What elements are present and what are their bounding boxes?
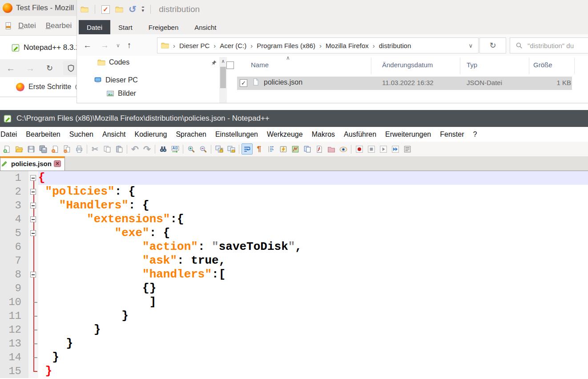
close-all-icon[interactable] <box>61 143 72 155</box>
code-line-9[interactable]: 9 {} <box>0 281 588 295</box>
code-line-12[interactable]: 12 } <box>0 323 588 337</box>
firefox-menu-datei[interactable]: Datei <box>18 21 36 30</box>
monitoring-icon[interactable] <box>338 143 349 155</box>
code-line-8[interactable]: 8 "handlers":[ <box>0 268 588 281</box>
npp-menu-ansicht[interactable]: Ansicht <box>98 130 130 139</box>
npp-menu-sprachen[interactable]: Sprachen <box>171 130 211 139</box>
code-text[interactable]: "Handlers": { <box>38 199 588 212</box>
new-file-icon[interactable] <box>1 143 12 155</box>
code-text[interactable]: } <box>38 364 588 378</box>
close-icon[interactable] <box>49 143 60 155</box>
new-folder-icon[interactable] <box>115 5 123 13</box>
npp-menu-kodierung[interactable]: Kodierung <box>130 130 171 139</box>
breadcrumb-dieser-pc[interactable]: Dieser PC <box>179 42 209 49</box>
tab-policies-json[interactable]: policies.json ✕ <box>0 156 65 171</box>
scroll-up-icon[interactable]: ∧ <box>219 57 227 64</box>
find-icon[interactable] <box>157 143 169 155</box>
code-line-4[interactable]: 4 "extensions":{ <box>0 212 588 226</box>
firefox-menu-bearbei[interactable]: Bearbei <box>46 21 72 30</box>
back-icon[interactable]: ← <box>6 64 15 73</box>
customize-toolbar-icon[interactable]: ▾ <box>142 7 145 12</box>
word-wrap-icon[interactable] <box>242 143 253 155</box>
npp-menu-suchen[interactable]: Suchen <box>65 130 98 139</box>
address-dropdown-icon[interactable]: ∨ <box>468 42 473 49</box>
redo-icon[interactable]: ↷ <box>141 143 153 155</box>
print-icon[interactable] <box>73 143 85 155</box>
breadcrumb-acer-c[interactable]: Acer (C:) <box>220 42 246 49</box>
code-line-13[interactable]: 13 } <box>0 337 588 350</box>
code-text[interactable]: "extensions":{ <box>38 212 588 226</box>
refresh-button[interactable]: ↻ <box>479 37 506 53</box>
nav-back-icon[interactable]: ← <box>83 41 92 50</box>
breadcrumb-program-files-x86[interactable]: Program Files (x86) <box>257 42 315 49</box>
breadcrumb-chevron-icon[interactable]: › <box>213 42 216 49</box>
breadcrumb-mozilla-firefox[interactable]: Mozilla Firefox <box>326 42 369 49</box>
sidebar-item-codes[interactable]: Codes <box>97 58 129 66</box>
code-text[interactable]: "ask": true, <box>38 254 588 268</box>
code-text[interactable]: ] <box>38 295 588 309</box>
forward-icon[interactable]: → <box>26 64 35 73</box>
sidebar-scrollbar[interactable]: ∧ <box>219 57 227 103</box>
save-all-icon[interactable] <box>37 143 48 155</box>
fold-margin[interactable] <box>28 226 38 240</box>
code-line-7[interactable]: 7 "ask": true, <box>0 254 588 268</box>
paste-icon[interactable] <box>113 143 125 155</box>
column-header-modified[interactable]: Änderungsdatum <box>382 61 433 69</box>
npp-menu-erweiterungen[interactable]: Erweiterungen <box>381 130 435 139</box>
nav-recent-icon[interactable]: ∨ <box>116 42 120 49</box>
function-list-icon[interactable] <box>314 143 325 155</box>
npp-menu-datei[interactable]: Datei <box>0 130 21 139</box>
search-box[interactable]: "distribution" du <box>510 37 588 53</box>
undo-icon[interactable]: ↶ <box>129 143 141 155</box>
npp-menu-ausf-hren[interactable]: Ausführen <box>339 130 381 139</box>
fold-margin[interactable] <box>28 185 38 199</box>
ribbon-tab-ansicht[interactable]: Ansicht <box>186 20 224 34</box>
ribbon-tab-freigeben[interactable]: Freigeben <box>141 20 187 34</box>
replace-icon[interactable] <box>169 143 181 155</box>
folder-workspace-icon[interactable] <box>326 143 337 155</box>
column-separator[interactable] <box>371 58 371 74</box>
code-text[interactable]: } <box>38 337 588 350</box>
sync-vertical-icon[interactable] <box>213 143 225 155</box>
code-line-1[interactable]: 1{ <box>0 171 588 185</box>
select-all-checkbox[interactable] <box>226 61 234 69</box>
fold-collapse-icon[interactable] <box>30 203 36 208</box>
code-line-14[interactable]: 14 } <box>0 350 588 364</box>
fold-collapse-icon[interactable] <box>30 175 36 181</box>
show-all-chars-icon[interactable]: ¶ <box>254 143 265 155</box>
tab-close-icon[interactable]: ✕ <box>54 160 61 167</box>
save-icon[interactable] <box>25 143 36 155</box>
npp-menu-makros[interactable]: Makros <box>307 130 339 139</box>
fold-margin[interactable] <box>28 268 38 281</box>
breadcrumb-chevron-icon[interactable]: › <box>319 42 322 49</box>
fold-collapse-icon[interactable] <box>30 216 36 222</box>
bookmark-erste-schritte[interactable]: Erste Schritte <box>28 83 71 91</box>
code-line-5[interactable]: 5 "exe": { <box>0 226 588 240</box>
nav-up-icon[interactable]: ↑ <box>127 41 132 50</box>
macro-record-icon[interactable] <box>354 143 365 155</box>
code-text[interactable]: } <box>38 323 588 337</box>
macro-save-icon[interactable] <box>402 143 413 155</box>
npp-menu-einstellungen[interactable]: Einstellungen <box>211 130 262 139</box>
column-separator[interactable] <box>460 58 460 74</box>
ribbon-tab-datei[interactable]: Datei <box>79 20 110 34</box>
file-checkbox[interactable]: ✓ <box>240 79 247 87</box>
code-line-6[interactable]: 6 "action": "saveToDisk", <box>0 240 588 254</box>
code-text[interactable]: {} <box>38 281 588 295</box>
code-line-2[interactable]: 2 "policies": { <box>0 185 588 199</box>
shortcut-mapper-icon[interactable] <box>278 143 289 155</box>
breadcrumb-chevron-icon[interactable]: › <box>250 42 253 49</box>
code-text[interactable]: "action": "saveToDisk", <box>38 240 588 254</box>
column-separator[interactable] <box>574 58 575 74</box>
code-text[interactable]: } <box>38 350 588 364</box>
macro-play-icon[interactable] <box>378 143 389 155</box>
column-separator[interactable] <box>529 58 529 74</box>
undo-icon[interactable]: ↺ <box>129 4 137 15</box>
code-line-15[interactable]: 15 } <box>0 364 588 378</box>
fold-margin[interactable] <box>28 212 38 226</box>
address-bar[interactable]: ›Dieser PC›Acer (C:)›Program Files (x86)… <box>157 37 479 53</box>
npp-menu-fenster[interactable]: Fenster <box>435 130 468 139</box>
macro-stop-icon[interactable] <box>366 143 377 155</box>
macro-run-multiple-icon[interactable] <box>390 143 401 155</box>
npp-menu-werkzeuge[interactable]: Werkzeuge <box>262 130 307 139</box>
